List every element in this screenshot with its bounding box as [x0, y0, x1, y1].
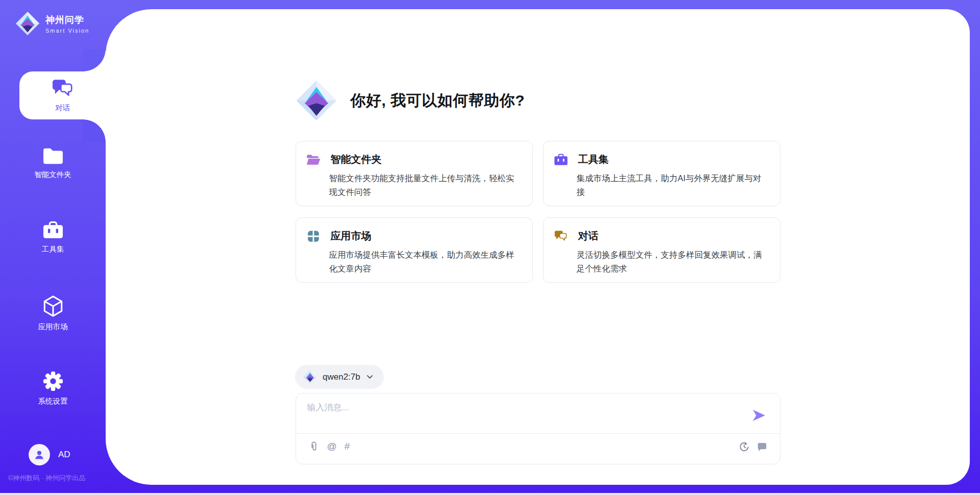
card-description: 应用市场提供丰富长文本模板，助力高效生成多样化文章内容 — [329, 248, 517, 276]
avatar — [29, 444, 50, 465]
card-description: 灵活切换多模型文件，支持多样回复效果调试，满足个性化需求 — [577, 248, 765, 276]
card-title: 应用市场 — [331, 229, 372, 243]
sidebar-item-label: 对话 — [55, 103, 70, 113]
message-composer: @ # — [296, 393, 780, 464]
card-title: 智能文件夹 — [331, 153, 382, 166]
brand: 神州问学 Smart Vision — [15, 11, 89, 36]
sidebar-item-label: 应用市场 — [38, 322, 68, 332]
chat-bubbles-icon — [51, 78, 75, 100]
gear-icon — [42, 370, 64, 392]
sidebar-item-market[interactable]: 应用市场 — [0, 295, 106, 332]
brand-subtitle: Smart Vision — [45, 28, 89, 34]
comment-button[interactable] — [756, 440, 768, 453]
user-menu[interactable]: AD — [29, 444, 70, 465]
attach-icon — [308, 440, 320, 453]
sidebar-item-settings[interactable]: 系统设置 — [0, 370, 106, 406]
folder-open-icon — [306, 153, 321, 166]
briefcase-icon — [554, 153, 568, 166]
app-grid-icon — [306, 230, 321, 243]
sidebar-item-label: 智能文件夹 — [34, 170, 71, 180]
model-name: qwen2:7b — [323, 372, 360, 382]
card-smart-folders[interactable]: 智能文件夹 智能文件夹功能支持批量文件上传与清洗，轻松实现文件问答 — [296, 141, 533, 206]
model-selector[interactable]: qwen2:7b — [295, 365, 384, 389]
user-initials: AD — [58, 450, 70, 460]
history-button[interactable] — [739, 440, 750, 453]
greeting-title: 你好, 我可以如何帮助你? — [351, 90, 525, 111]
folder-icon — [42, 147, 64, 165]
sidebar-item-chat[interactable]: 对话 — [19, 71, 106, 119]
card-description: 集成市场上主流工具，助力AI与外界无缝扩展与对接 — [577, 171, 765, 199]
card-title: 对话 — [578, 229, 599, 243]
attach-button[interactable] — [308, 440, 320, 453]
copyright-text: ©神州数码 · 神州问学出品 — [8, 474, 85, 483]
brand-diamond-logo-icon — [15, 11, 40, 36]
sidebar-item-label: 工具集 — [42, 244, 64, 254]
diamond-logo-icon — [303, 370, 317, 384]
sidebar-item-tools[interactable]: 工具集 — [0, 220, 106, 254]
sidebar-item-label: 系统设置 — [38, 397, 68, 406]
greeting: 你好, 我可以如何帮助你? — [296, 80, 780, 121]
card-description: 智能文件夹功能支持批量文件上传与清洗，轻松实现文件问答 — [329, 171, 517, 199]
bottom-edge-bar — [0, 493, 980, 495]
greeting-diamond-logo-icon — [296, 80, 337, 121]
person-icon — [33, 449, 45, 461]
sidebar-item-folders[interactable]: 智能文件夹 — [0, 147, 106, 180]
send-icon — [751, 408, 767, 423]
card-app-market[interactable]: 应用市场 应用市场提供丰富长文本模板，助力高效生成多样化文章内容 — [296, 217, 533, 283]
card-title: 工具集 — [578, 153, 609, 166]
card-chat[interactable]: 对话 灵活切换多模型文件，支持多样回复效果调试，满足个性化需求 — [543, 217, 780, 283]
message-input[interactable] — [307, 402, 746, 431]
comment-icon — [756, 441, 768, 453]
brand-name: 神州问学 — [45, 14, 89, 26]
sidebar: 神州问学 Smart Vision 对话 智能文件夹 工具集 应用市场 系统设置… — [0, 0, 106, 495]
main-panel: 你好, 我可以如何帮助你? 智能文件夹 智能文件夹功能支持批量文件上传与清洗，轻… — [106, 9, 970, 485]
chat-bubbles-icon — [554, 230, 568, 243]
composer-divider — [297, 433, 779, 434]
card-toolset[interactable]: 工具集 集成市场上主流工具，助力AI与外界无缝扩展与对接 — [543, 141, 780, 206]
mention-button[interactable]: @ — [327, 440, 337, 453]
cube-icon — [42, 295, 64, 317]
chevron-down-icon — [366, 373, 374, 381]
feature-cards: 智能文件夹 智能文件夹功能支持批量文件上传与清洗，轻松实现文件问答 工具集 集成… — [296, 141, 780, 283]
briefcase-icon — [42, 220, 64, 240]
hash-button[interactable]: # — [345, 440, 350, 453]
send-button[interactable] — [751, 408, 767, 423]
history-icon — [739, 441, 750, 453]
